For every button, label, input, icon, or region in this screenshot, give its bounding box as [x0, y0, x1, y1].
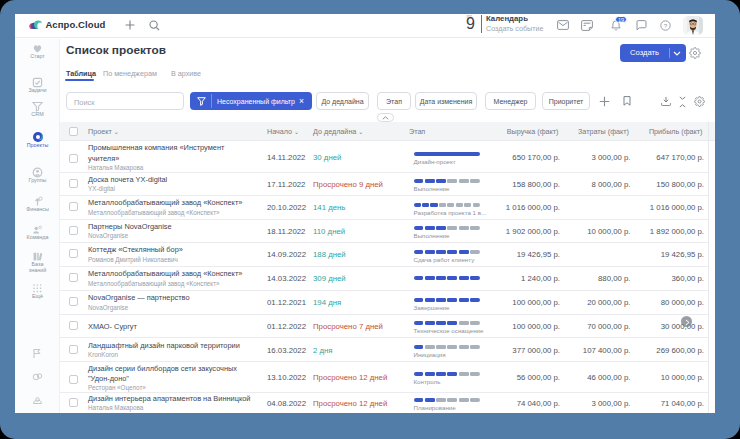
svg-text:19: 19: [617, 17, 623, 23]
svg-text:?: ?: [664, 22, 668, 29]
